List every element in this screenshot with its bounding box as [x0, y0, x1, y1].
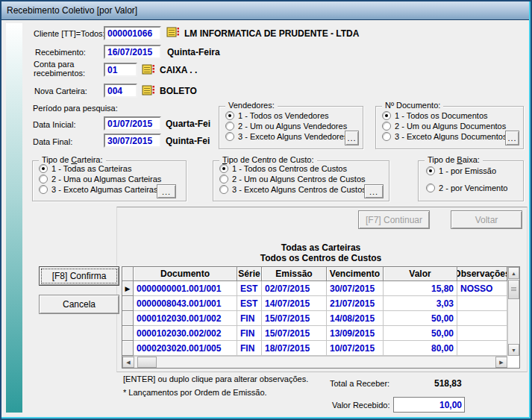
radio-documentos-todos[interactable]: 1 - Todos os Documentos	[382, 111, 488, 120]
radio-vendedores-um[interactable]: 2 - Um ou Alguns Vendedores	[225, 122, 347, 131]
hint-enter-text: [ENTER] ou duplo clique para alterar obs…	[123, 374, 308, 383]
cliente-lookup-icon[interactable]	[166, 26, 180, 39]
grid-row-2[interactable]: 0000008043.001/001 EST 14/07/2015 21/07/…	[122, 296, 507, 311]
continuar-button[interactable]: [F7] Continuar	[358, 210, 430, 229]
grid-vertical-scrollbar[interactable]: ▲ ▼	[507, 267, 519, 356]
radio-vendedores-todos[interactable]: 1 - Todos os Vendedores	[225, 111, 329, 120]
tipo-carteira-ellipsis-button[interactable]: ...	[157, 184, 176, 198]
nova-carteira-lookup-icon[interactable]	[142, 84, 155, 97]
voltar-label: Voltar	[475, 215, 498, 225]
valor-recebido-input[interactable]: 10,00	[393, 397, 465, 413]
recebimento-date-value: 16/07/2015	[107, 47, 152, 57]
confirma-label: [F8] Confirma	[52, 271, 107, 281]
grid-header-indicator	[122, 267, 134, 281]
cell-observacoes: NOSSO	[457, 281, 507, 296]
horizontal-scroll-thumb[interactable]	[137, 357, 157, 368]
scroll-left-button[interactable]: ◀	[122, 357, 134, 368]
current-row-arrow-icon: ▶	[125, 285, 131, 292]
nova-carteira-value: 004	[107, 86, 122, 96]
radio-label: 2 - Um ou Alguns Documentos	[395, 122, 506, 131]
radio-icon	[225, 111, 234, 120]
data-final-value: 30/07/2015	[107, 136, 152, 146]
cell-documento: 0000008043.001/001	[134, 296, 237, 311]
valor-recebido-label: Valor Recebido:	[332, 401, 389, 410]
cell-observacoes	[457, 296, 507, 311]
radio-vendedores-exceto[interactable]: 3 - Exceto Alguns Vendedores	[225, 132, 348, 141]
documento-group: Nº Documento: 1 - Todos os Documentos 2 …	[375, 106, 524, 149]
cell-serie: FIN	[237, 341, 262, 356]
grid-horizontal-scrollbar[interactable]: ◀ ▶	[122, 356, 507, 368]
radio-carteiras-uma[interactable]: 2 - Uma ou Algumas Carteiras	[39, 175, 161, 184]
arrow-up-icon: ▲	[511, 271, 516, 276]
scroll-up-button[interactable]: ▲	[508, 267, 519, 279]
hint-ordem-text: * Lançamentos por Ordem de Emissão.	[123, 388, 267, 397]
recebimento-label: Recebimento:	[35, 48, 86, 57]
conta-lookup-icon[interactable]	[142, 63, 155, 76]
scroll-right-button[interactable]: ▶	[495, 357, 507, 368]
vendedores-ellipsis-button[interactable]: ...	[345, 131, 359, 145]
vendedores-legend: Vendedores:	[225, 101, 278, 110]
valor-recebido-value: 10,00	[439, 400, 462, 410]
cliente-name-text: LM INFORMATICA DE PRUDENTE - LTDA	[184, 28, 359, 39]
cell-vencimento: 14/08/2015	[327, 311, 384, 326]
radio-centros-exceto[interactable]: 3 - Exceto Alguns Centros de Custos	[219, 185, 366, 194]
radio-label: 3 - Exceto Alguns Centros de Custos	[232, 185, 366, 194]
cell-serie: FIN	[237, 326, 262, 341]
lookup-book-icon	[142, 84, 155, 97]
col-header-documento: Documento	[134, 267, 237, 281]
grid-row-4[interactable]: 0000102030.002/002 FIN 15/07/2015 13/09/…	[122, 326, 507, 341]
vertical-scroll-thumb[interactable]	[508, 280, 519, 299]
tipo-centro-custo-ellipsis-button[interactable]: ...	[364, 184, 384, 198]
grid-row-1[interactable]: ▶ 0000000001.001/001 EST 02/07/2015 30/0…	[122, 281, 507, 296]
tipo-carteira-group: Tipo de Carteira: 1 - Todas as Carteiras…	[32, 160, 187, 201]
cell-valor: 80,00	[384, 341, 457, 356]
nova-carteira-input[interactable]: 004	[104, 84, 137, 98]
radio-baixa-emissao[interactable]: 1 - por Emissão	[426, 166, 496, 175]
data-final-input[interactable]: 30/07/2015	[104, 134, 161, 148]
radio-centros-todos[interactable]: 1 - Todos os Centros de Custos	[219, 164, 347, 173]
arrow-down-icon: ▼	[511, 348, 516, 353]
ellipsis-icon: ...	[347, 134, 356, 142]
conta-code-input[interactable]: 01	[104, 63, 137, 77]
cell-valor: 15,80	[384, 281, 457, 296]
cliente-code-input[interactable]: 000001066	[104, 26, 161, 40]
cell-valor: 50,00	[384, 311, 457, 326]
grid-row-3[interactable]: 0000102030.001/002 FIN 15/07/2015 14/08/…	[122, 311, 507, 326]
radio-icon	[219, 175, 228, 184]
radio-baixa-vencimento[interactable]: 2 - por Vencimento	[426, 184, 507, 192]
documents-grid: Documento Série Emissão Vencimento Valor…	[122, 266, 520, 369]
data-inicial-input[interactable]: 01/07/2015	[104, 116, 161, 131]
cliente-label: Cliente [TT]=Todos:	[34, 29, 105, 38]
current-row-indicator: ▶	[122, 281, 134, 296]
cell-observacoes	[457, 311, 507, 326]
cell-documento: 0000203020.001/005	[134, 341, 237, 356]
radio-documentos-um[interactable]: 2 - Um ou Alguns Documentos	[382, 122, 506, 131]
radio-centros-um[interactable]: 2 - Um ou Alguns Centros de Custos	[219, 175, 366, 184]
conta-code-value: 01	[107, 65, 117, 75]
voltar-button[interactable]: Voltar	[451, 210, 522, 229]
radio-label: 2 - Um ou Alguns Centros de Custos	[232, 175, 366, 184]
radio-carteiras-exceto[interactable]: 3 - Exceto Algumas Carteiras	[39, 185, 157, 194]
radio-icon	[39, 175, 48, 184]
grid-row-5[interactable]: 0000203020.001/005 FIN 18/07/2015 10/07/…	[122, 341, 507, 356]
radio-documentos-exceto[interactable]: 3 - Exceto Alguns Documentos	[382, 132, 507, 141]
radio-label: 1 - por Emissão	[439, 166, 496, 175]
ellipsis-icon: ...	[162, 187, 171, 196]
radio-carteiras-todas[interactable]: 1 - Todas as Carteiras	[39, 164, 131, 173]
grid-header-row: Documento Série Emissão Vencimento Valor…	[122, 267, 507, 281]
data-final-weekday-text: Quinta-Fei	[166, 136, 210, 146]
documento-legend: Nº Documento:	[382, 101, 443, 110]
cell-serie: EST	[237, 296, 262, 311]
window-title: Recebimento Coletivo [por Valor]	[7, 5, 137, 16]
documento-ellipsis-button[interactable]: ...	[505, 131, 519, 145]
recebimento-date-input[interactable]: 16/07/2015	[104, 45, 161, 59]
radio-icon	[225, 122, 234, 131]
confirma-button[interactable]: [F8] Confirma	[39, 266, 119, 286]
cancela-button[interactable]: Cancela	[39, 295, 119, 314]
cell-emissao: 15/07/2015	[262, 311, 327, 326]
total-receber-label: Total a Receber:	[330, 379, 389, 388]
cell-valor: 50,00	[384, 326, 457, 341]
ellipsis-icon: ...	[507, 134, 516, 142]
scroll-down-button[interactable]: ▼	[508, 344, 519, 356]
recebimento-coletivo-window: Recebimento Coletivo [por Valor] Cliente…	[0, 0, 532, 420]
